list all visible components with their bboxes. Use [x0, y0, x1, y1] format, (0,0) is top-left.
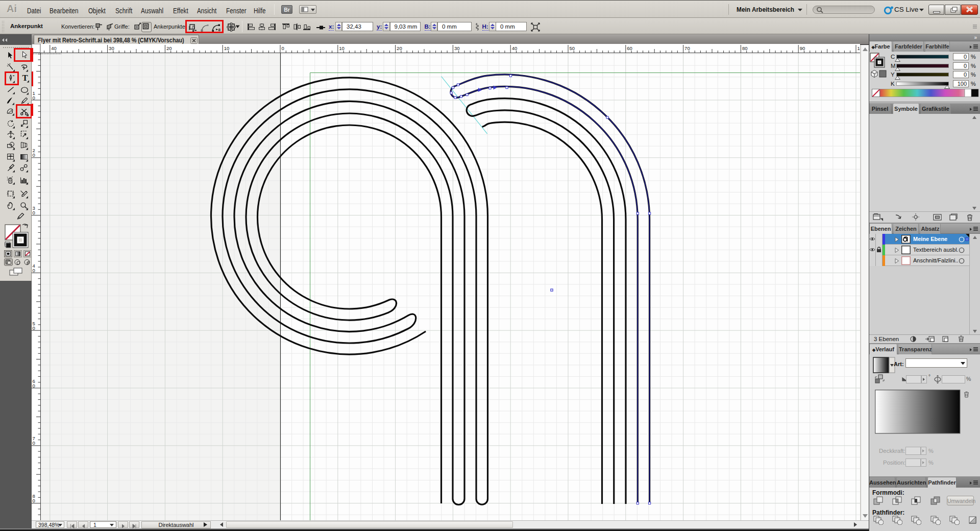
svg-text:0: 0 — [33, 383, 35, 389]
svg-text:0: 0 — [33, 152, 35, 158]
svg-text:0: 0 — [33, 440, 35, 446]
svg-text:40: 40 — [512, 45, 518, 51]
svg-text:30: 30 — [454, 45, 460, 51]
svg-text:0: 0 — [33, 95, 35, 101]
svg-text:30: 30 — [109, 45, 114, 51]
svg-text:60: 60 — [627, 45, 632, 51]
svg-text:0: 0 — [33, 210, 35, 215]
svg-text:100: 100 — [857, 45, 861, 51]
svg-text:0: 0 — [33, 268, 35, 273]
svg-text:10: 10 — [224, 45, 230, 51]
svg-text:8: 8 — [218, 28, 221, 32]
svg-text:T: T — [22, 73, 28, 83]
svg-text:80: 80 — [742, 45, 748, 51]
svg-text:50: 50 — [570, 45, 575, 51]
svg-text:70: 70 — [684, 45, 690, 51]
svg-text:0: 0 — [282, 45, 284, 51]
svg-text:10: 10 — [339, 45, 345, 51]
svg-text:20: 20 — [397, 45, 402, 51]
svg-text:0: 0 — [33, 325, 35, 331]
svg-text:20: 20 — [166, 45, 172, 51]
svg-text:40: 40 — [51, 45, 57, 51]
svg-text:0: 0 — [33, 498, 35, 503]
svg-text:90: 90 — [800, 45, 805, 51]
